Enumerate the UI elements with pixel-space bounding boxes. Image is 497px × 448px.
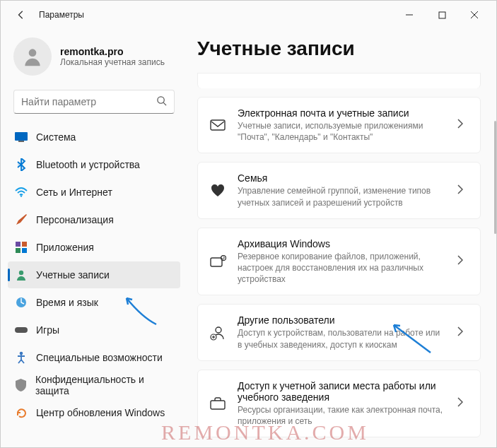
card-title: Архивация Windows <box>238 238 446 249</box>
chevron-right-icon <box>457 119 469 131</box>
sidebar-item-label: Время и язык <box>36 297 98 308</box>
svg-rect-10 <box>16 242 21 247</box>
svg-point-17 <box>20 352 23 355</box>
maximize-button[interactable] <box>426 4 458 26</box>
wifi-icon <box>15 186 28 199</box>
sidebar-item-label: Центр обновления Windows <box>36 407 165 418</box>
system-icon <box>15 131 28 143</box>
family-icon <box>209 182 226 199</box>
svg-point-21 <box>216 327 221 333</box>
sidebar-item-system[interactable]: Система <box>8 124 180 151</box>
accessibility-icon <box>15 351 28 364</box>
add-user-icon <box>209 324 226 341</box>
svg-rect-18 <box>211 120 225 130</box>
window-title: Параметры <box>39 10 84 20</box>
svg-point-9 <box>21 195 22 196</box>
sidebar-item-gaming[interactable]: Игры <box>8 317 180 343</box>
svg-rect-12 <box>16 248 21 253</box>
user-subtitle: Локальная учетная запись <box>60 57 165 67</box>
svg-rect-16 <box>15 327 28 333</box>
sidebar-item-accounts[interactable]: Учетные записи <box>8 261 180 288</box>
sidebar-item-bluetooth[interactable]: Bluetooth и устройства <box>8 151 180 178</box>
svg-rect-25 <box>211 401 225 409</box>
sidebar-item-network[interactable]: Сеть и Интернет <box>8 179 180 206</box>
sidebar-item-label: Специальные возможности <box>36 352 163 363</box>
bluetooth-icon <box>15 158 28 171</box>
scrollbar-thumb[interactable] <box>494 121 496 234</box>
sidebar-item-time[interactable]: Время и язык <box>8 289 180 316</box>
chevron-right-icon <box>457 184 469 197</box>
person-icon <box>15 269 28 281</box>
card-subtitle: Управление семейной группой, изменение т… <box>238 185 446 208</box>
sidebar-item-apps[interactable]: Приложения <box>8 234 180 261</box>
user-block[interactable]: remontka.pro Локальная учетная запись <box>8 37 180 87</box>
backup-icon <box>209 253 226 270</box>
sidebar-item-label: Система <box>36 131 76 143</box>
apps-icon <box>15 241 28 254</box>
svg-rect-7 <box>15 132 28 141</box>
chevron-right-icon <box>457 255 469 268</box>
mail-icon <box>209 117 226 134</box>
card-title: Другие пользователи <box>238 314 446 326</box>
page-title: Учетные записи <box>197 37 481 60</box>
sidebar-item-label: Сеть и Интернет <box>36 187 112 198</box>
sidebar-item-label: Игры <box>36 324 59 336</box>
svg-point-14 <box>19 271 23 275</box>
sidebar-item-label: Учетные записи <box>36 269 110 281</box>
sidebar-item-privacy[interactable]: Конфиденциальность и защита <box>8 372 180 399</box>
brush-icon <box>15 213 28 226</box>
svg-point-5 <box>158 96 164 102</box>
sidebar-item-label: Персонализация <box>36 214 114 225</box>
svg-rect-19 <box>211 258 222 266</box>
sidebar-item-update[interactable]: Центр обновления Windows <box>8 399 180 426</box>
card-work-school[interactable]: Доступ к учетной записи места работы или… <box>197 370 481 437</box>
card-subtitle: Резервное копирование файлов, приложений… <box>238 251 446 285</box>
gamepad-icon <box>15 324 28 336</box>
card-backup[interactable]: Архивация Windows Резервное копирование … <box>197 228 481 296</box>
card-family[interactable]: Семья Управление семейной группой, измен… <box>197 162 481 218</box>
user-name: remontka.pro <box>60 46 165 57</box>
card-email-accounts[interactable]: Электронная почта и учетные записи Учетн… <box>197 97 481 153</box>
sidebar-item-personalization[interactable]: Персонализация <box>8 206 180 233</box>
card-other-users[interactable]: Другие пользователи Доступ к устройствам… <box>197 304 481 360</box>
sidebar: remontka.pro Локальная учетная запись Си… <box>1 29 185 447</box>
svg-rect-1 <box>439 12 445 18</box>
sidebar-item-accessibility[interactable]: Специальные возможности <box>8 344 180 371</box>
sidebar-item-label: Bluetooth и устройства <box>36 159 140 170</box>
sidebar-item-label: Конфиденциальность и защита <box>35 374 173 396</box>
svg-point-4 <box>29 49 37 57</box>
card-title: Электронная почта и учетные записи <box>238 107 446 119</box>
back-button[interactable] <box>15 8 28 21</box>
minimize-button[interactable] <box>393 4 426 26</box>
sidebar-item-label: Приложения <box>36 242 94 253</box>
svg-rect-11 <box>22 242 27 247</box>
shield-icon <box>15 379 27 391</box>
card-stub[interactable] <box>197 73 481 88</box>
svg-rect-13 <box>22 248 27 253</box>
card-title: Доступ к учетной записи места работы или… <box>238 380 446 403</box>
svg-rect-8 <box>18 141 24 142</box>
update-icon <box>15 406 28 419</box>
chevron-right-icon <box>457 326 469 339</box>
chevron-right-icon <box>457 397 469 410</box>
search-input[interactable] <box>21 96 156 107</box>
avatar <box>13 37 52 76</box>
card-title: Семья <box>238 172 446 184</box>
briefcase-icon <box>209 395 226 412</box>
main-content: Учетные записи Электронная почта и учетн… <box>185 29 496 447</box>
card-subtitle: Учетные записи, используемые приложениям… <box>238 120 446 143</box>
titlebar: Параметры <box>1 1 496 29</box>
card-subtitle: Доступ к устройствам, пользователи на ра… <box>238 327 446 350</box>
search-box[interactable] <box>13 90 175 114</box>
card-subtitle: Ресурсы организации, такие как электронн… <box>238 404 446 427</box>
svg-line-6 <box>163 102 166 105</box>
search-icon <box>156 95 167 109</box>
close-button[interactable] <box>458 4 491 26</box>
clock-globe-icon <box>15 296 28 309</box>
